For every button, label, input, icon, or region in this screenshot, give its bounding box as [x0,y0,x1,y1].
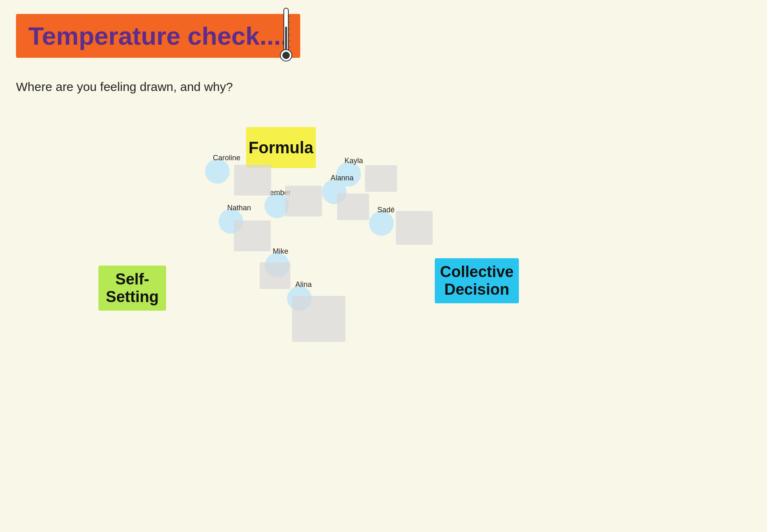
sticky-card-3 [234,221,271,251]
svg-rect-1 [285,27,287,51]
person-name-caroline: Caroline [213,154,240,162]
person-name-alanna: Alanna [331,174,354,182]
person-name-alina: Alina [295,280,312,289]
self-setting-category-box: Self-Setting [98,266,166,311]
page-title: Temperature check.... [28,22,288,50]
thermometer-icon [275,6,297,66]
collective-label: CollectiveDecision [440,263,514,298]
person-name-sade: Sadé [377,206,395,214]
formula-category-box: Formula [246,127,316,168]
subtitle-text: Where are you feeling drawn, and why? [16,80,233,94]
sticky-card-1 [234,165,271,196]
sticky-card-7 [260,262,290,289]
person-name-nathan: Nathan [227,204,251,212]
collective-decision-category-box: CollectiveDecision [435,258,519,303]
sticky-card-2 [285,186,322,216]
sticky-card-5 [337,193,369,220]
self-setting-label: Self-Setting [106,271,159,306]
person-bubble-sade [369,211,394,236]
sticky-card-4 [365,165,397,192]
person-bubble-caroline [205,159,230,184]
title-box: Temperature check.... [16,14,300,58]
formula-label: Formula [249,139,313,157]
sticky-card-6 [396,211,433,245]
person-name-mike: Mike [273,247,288,256]
sticky-card-8 [292,296,345,342]
svg-point-3 [283,52,290,59]
person-name-kayla: Kayla [345,157,363,165]
